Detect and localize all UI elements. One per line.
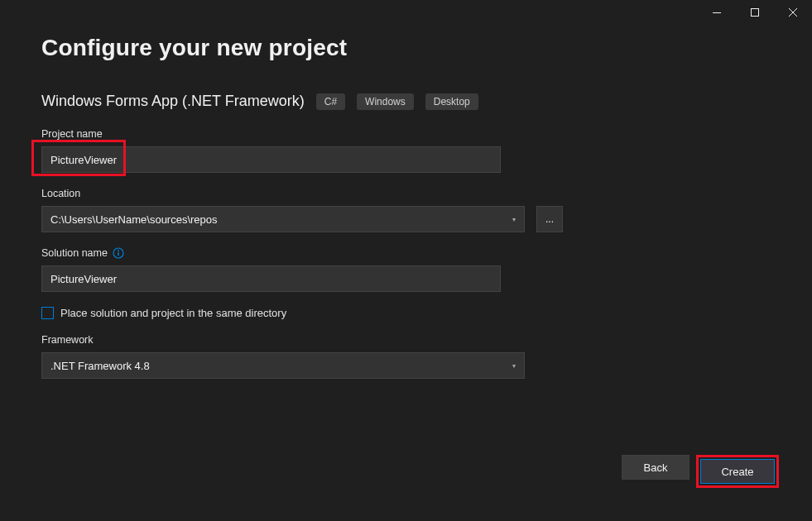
tag-platform: Windows [357, 93, 414, 110]
location-field: Location C:\Users\UserName\sources\repos… [41, 188, 771, 232]
button-bar: Back Create [622, 455, 779, 488]
create-button[interactable]: Create [700, 459, 775, 484]
framework-label: Framework [41, 334, 771, 346]
chevron-down-icon: ▾ [512, 362, 516, 370]
solution-name-label: Solution name [41, 247, 771, 259]
svg-rect-1 [752, 9, 759, 17]
svg-rect-0 [713, 12, 721, 13]
solution-name-field: Solution name [41, 247, 771, 292]
location-dropdown[interactable]: C:\Users\UserName\sources\repos ▾ [41, 206, 525, 232]
framework-value: .NET Framework 4.8 [50, 360, 150, 372]
same-directory-checkbox[interactable] [41, 307, 54, 319]
back-button[interactable]: Back [622, 455, 689, 480]
svg-point-5 [118, 250, 119, 251]
project-name-input[interactable] [41, 146, 501, 173]
project-type-label: Windows Forms App (.NET Framework) [41, 93, 305, 110]
info-icon[interactable] [113, 247, 124, 259]
minimize-button[interactable] [698, 0, 736, 25]
location-label: Location [41, 188, 771, 199]
framework-dropdown[interactable]: .NET Framework 4.8 ▾ [41, 352, 525, 379]
project-type-row: Windows Forms App (.NET Framework) C# Wi… [41, 93, 771, 110]
highlight-create: Create [696, 455, 779, 488]
window-titlebar [698, 0, 812, 25]
close-button[interactable] [774, 0, 812, 25]
svg-rect-6 [118, 252, 118, 256]
chevron-down-icon: ▾ [512, 216, 516, 223]
project-name-label: Project name [41, 128, 771, 140]
project-name-field: Project name [41, 128, 771, 173]
tag-language: C# [316, 93, 345, 110]
same-directory-label: Place solution and project in the same d… [60, 307, 286, 319]
browse-button[interactable]: ... [536, 206, 563, 232]
page-title: Configure your new project [41, 35, 771, 61]
tag-projecttype: Desktop [425, 93, 478, 110]
maximize-button[interactable] [736, 0, 774, 25]
location-value: C:\Users\UserName\sources\repos [50, 213, 218, 226]
solution-name-input[interactable] [41, 265, 501, 292]
same-directory-checkbox-row: Place solution and project in the same d… [41, 307, 771, 319]
framework-field: Framework .NET Framework 4.8 ▾ [41, 334, 771, 379]
